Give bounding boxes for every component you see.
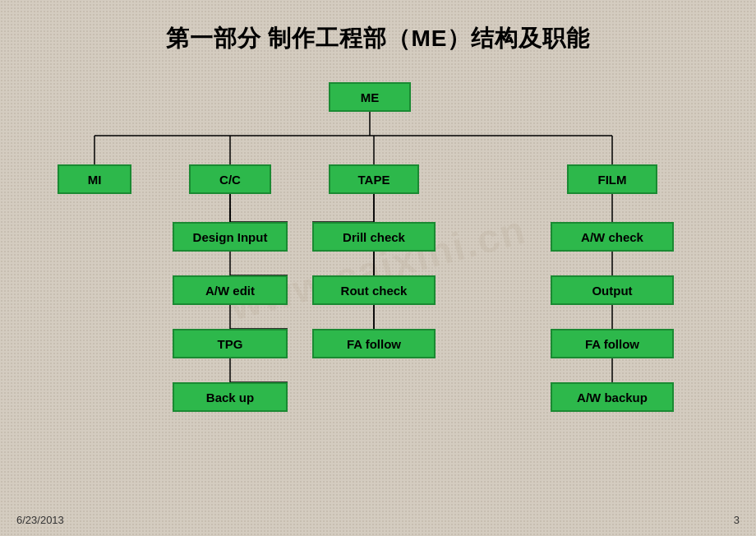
node-output: Output [551, 275, 674, 305]
node-fa-follow-film: FA follow [551, 329, 674, 358]
node-fa-follow-tape: FA follow [312, 329, 436, 358]
chart-area: ME MI C/C TAPE FILM Design Input A/W edi… [49, 74, 707, 503]
node-tpg: TPG [173, 329, 288, 358]
node-cc: C/C [189, 164, 271, 194]
footer-date: 6/23/2013 [16, 514, 64, 526]
footer-page: 3 [734, 514, 740, 526]
node-drill-check: Drill check [312, 222, 436, 252]
node-mi: MI [58, 164, 131, 194]
node-aw-check: A/W check [551, 222, 674, 252]
node-design-input: Design Input [173, 222, 288, 252]
node-tape: TAPE [329, 164, 419, 194]
page-title: 第一部分 制作工程部（ME）结构及职能 [0, 0, 756, 62]
node-rout-check: Rout check [312, 275, 436, 305]
node-aw-backup: A/W backup [551, 382, 674, 412]
node-film: FILM [567, 164, 657, 194]
node-aw-edit: A/W edit [173, 275, 288, 305]
node-back-up: Back up [173, 382, 288, 412]
slide: www.caixini.cn 第一部分 制作工程部（ME）结构及职能 [0, 0, 756, 536]
node-me: ME [329, 82, 411, 112]
